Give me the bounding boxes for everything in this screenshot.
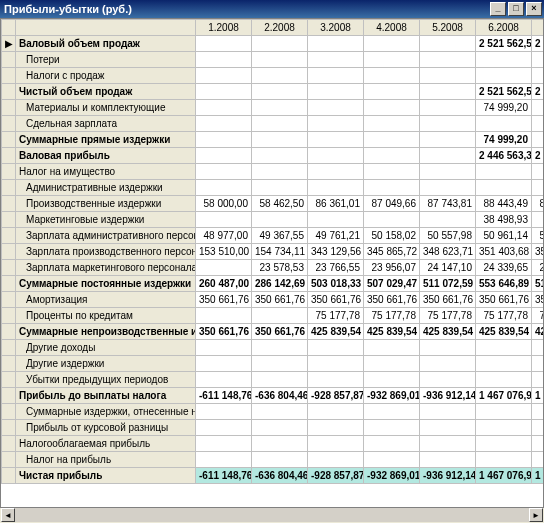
data-cell[interactable] (308, 100, 364, 116)
data-cell[interactable]: 24 339,65 (476, 260, 532, 276)
data-cell[interactable] (420, 132, 476, 148)
data-cell[interactable]: 350 661,76 (252, 324, 308, 340)
data-cell[interactable]: 350 661,76 (532, 292, 545, 308)
data-cell[interactable] (308, 212, 364, 228)
row-label[interactable]: Зарплата маркетингового персонала (16, 260, 196, 276)
data-cell[interactable] (364, 356, 420, 372)
data-cell[interactable]: 260 487,00 (196, 276, 252, 292)
data-cell[interactable]: 350 661,76 (252, 292, 308, 308)
data-cell[interactable] (364, 436, 420, 452)
data-cell[interactable]: 23 766,55 (308, 260, 364, 276)
data-cell[interactable]: -611 148,76 (196, 388, 252, 404)
data-cell[interactable] (476, 180, 532, 196)
data-cell[interactable] (196, 68, 252, 84)
data-cell[interactable] (308, 452, 364, 468)
data-cell[interactable] (364, 100, 420, 116)
row-label[interactable]: Суммарные непроизводственные издержки (16, 324, 196, 340)
data-cell[interactable]: 607,20 (532, 132, 545, 148)
data-cell[interactable]: -936 912,14 (420, 388, 476, 404)
data-cell[interactable]: -936 912,14 (420, 468, 476, 484)
data-cell[interactable]: 24 533,74 (532, 260, 545, 276)
data-cell[interactable]: 50 557,98 (420, 228, 476, 244)
data-cell[interactable] (364, 52, 420, 68)
data-cell[interactable]: 1 467 076,90 (476, 468, 532, 484)
data-cell[interactable]: 154 734,11 (252, 244, 308, 260)
data-cell[interactable] (364, 148, 420, 164)
data-cell[interactable] (420, 148, 476, 164)
data-cell[interactable]: 87 743,81 (420, 196, 476, 212)
data-cell[interactable] (476, 356, 532, 372)
data-cell[interactable] (476, 404, 532, 420)
data-cell[interactable]: 350 661,76 (308, 292, 364, 308)
data-cell[interactable]: 23 578,53 (252, 260, 308, 276)
data-cell[interactable] (532, 180, 545, 196)
data-cell[interactable] (532, 356, 545, 372)
data-cell[interactable] (532, 420, 545, 436)
data-cell[interactable] (420, 36, 476, 52)
data-cell[interactable]: 1 595 967,27 (532, 388, 545, 404)
data-cell[interactable]: 350 661,76 (196, 324, 252, 340)
data-cell[interactable]: 49 761,21 (308, 228, 364, 244)
horizontal-scrollbar[interactable]: ◄ ► (1, 508, 543, 522)
data-cell[interactable] (308, 356, 364, 372)
data-cell[interactable]: 351 403,68 (476, 244, 532, 260)
data-cell[interactable] (308, 36, 364, 52)
data-cell[interactable] (364, 452, 420, 468)
data-cell[interactable] (252, 36, 308, 52)
row-label[interactable]: Производственные издержки (16, 196, 196, 212)
data-cell[interactable]: 350 661,76 (196, 292, 252, 308)
data-cell[interactable] (252, 100, 308, 116)
data-cell[interactable] (420, 68, 476, 84)
data-cell[interactable]: 74 999,20 (476, 100, 532, 116)
row-label[interactable]: Прибыль от курсовой разницы (16, 420, 196, 436)
row-label[interactable]: Налог на прибыль (16, 452, 196, 468)
data-cell[interactable]: -636 804,46 (252, 388, 308, 404)
data-cell[interactable] (364, 84, 420, 100)
data-cell[interactable]: 86 361,01 (308, 196, 364, 212)
row-label[interactable]: Чистый объем продаж (16, 84, 196, 100)
data-cell[interactable]: 2 521 562,54 (476, 84, 532, 100)
data-cell[interactable]: -636 804,46 (252, 468, 308, 484)
data-cell[interactable] (308, 404, 364, 420)
data-cell[interactable] (420, 356, 476, 372)
data-cell[interactable]: 519 255,82 (532, 276, 545, 292)
data-cell[interactable] (308, 84, 364, 100)
data-cell[interactable] (532, 436, 545, 452)
data-cell[interactable] (532, 116, 545, 132)
data-cell[interactable] (196, 436, 252, 452)
data-cell[interactable]: 354 205,82 (532, 244, 545, 260)
data-cell[interactable]: 425 839,54 (532, 324, 545, 340)
data-cell[interactable] (476, 372, 532, 388)
data-cell[interactable] (252, 356, 308, 372)
data-cell[interactable] (252, 132, 308, 148)
row-label[interactable]: Налог на имущество (16, 164, 196, 180)
data-cell[interactable]: 507 029,47 (364, 276, 420, 292)
row-label[interactable]: Чистая прибыль (16, 468, 196, 484)
data-cell[interactable] (364, 132, 420, 148)
data-cell[interactable] (252, 212, 308, 228)
data-cell[interactable] (196, 84, 252, 100)
data-cell[interactable] (196, 180, 252, 196)
data-cell[interactable] (364, 116, 420, 132)
data-cell[interactable] (308, 148, 364, 164)
data-cell[interactable] (196, 132, 252, 148)
data-cell[interactable]: 607,20 (532, 100, 545, 116)
column-header[interactable]: 7.2008 (532, 20, 545, 36)
data-cell[interactable] (476, 420, 532, 436)
maximize-button[interactable]: □ (508, 2, 524, 16)
row-label[interactable]: Сдельная зарплата (16, 116, 196, 132)
data-cell[interactable] (196, 356, 252, 372)
data-cell[interactable] (252, 308, 308, 324)
data-cell[interactable]: 75 177,78 (308, 308, 364, 324)
data-cell[interactable] (252, 340, 308, 356)
data-cell[interactable]: -928 857,87 (308, 468, 364, 484)
data-grid[interactable]: 1.20082.20083.20084.20085.20086.20087.20… (0, 18, 544, 508)
data-cell[interactable] (196, 36, 252, 52)
data-cell[interactable] (420, 212, 476, 228)
data-cell[interactable] (252, 180, 308, 196)
data-cell[interactable]: 511 072,59 (420, 276, 476, 292)
data-cell[interactable] (420, 436, 476, 452)
data-cell[interactable] (196, 148, 252, 164)
column-header[interactable]: 4.2008 (364, 20, 420, 36)
data-cell[interactable]: 153 510,00 (196, 244, 252, 260)
